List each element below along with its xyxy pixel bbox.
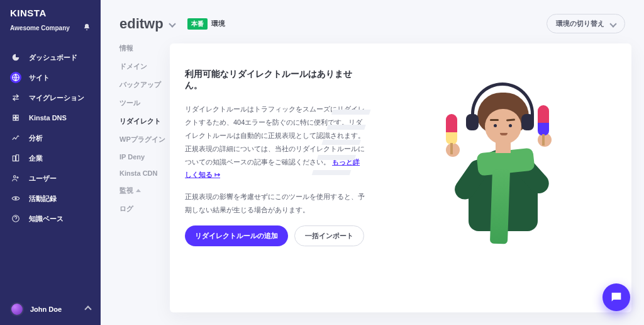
primary-nav: ダッシュボード サイト マイグレーション Kinsta DNS 分析 企業 ユー… bbox=[0, 41, 101, 294]
sec-nav-cdn[interactable]: Kinsta CDN bbox=[119, 169, 170, 177]
migration-icon bbox=[10, 92, 21, 103]
sidebar-item-label: 企業 bbox=[29, 154, 43, 163]
dashboard-icon bbox=[10, 52, 21, 63]
sec-nav-label: ツール bbox=[119, 98, 140, 108]
caret-up-icon bbox=[136, 189, 141, 192]
primary-sidebar: KINSTA Awesome Company ダッシュボード サイト マイグレー… bbox=[0, 0, 101, 325]
user-name: John Doe bbox=[30, 305, 79, 313]
sidebar-item-activity[interactable]: 活動記録 bbox=[0, 188, 101, 208]
sidebar-item-dashboard[interactable]: ダッシュボード bbox=[0, 47, 101, 67]
sec-nav-label: IP Deny bbox=[119, 153, 145, 161]
user-row[interactable]: John Doe bbox=[0, 294, 101, 325]
sidebar-item-sites[interactable]: サイト bbox=[0, 67, 101, 88]
popsicle-icon bbox=[538, 105, 549, 135]
sidebar-item-label: ユーザー bbox=[29, 174, 57, 183]
sidebar-item-analytics[interactable]: 分析 bbox=[0, 128, 101, 148]
sec-nav-label: 情報 bbox=[119, 43, 133, 53]
sec-nav-wpplugins[interactable]: WPプラグイン bbox=[119, 135, 170, 144]
sidebar-item-label: Kinsta DNS bbox=[29, 114, 67, 122]
brand: KINSTA bbox=[0, 0, 101, 21]
sec-nav-label: ログ bbox=[119, 204, 133, 214]
sec-nav-ipdeny[interactable]: IP Deny bbox=[119, 153, 170, 161]
sidebar-item-label: サイト bbox=[29, 73, 50, 83]
sidebar-item-migration[interactable]: マイグレーション bbox=[0, 88, 101, 108]
site-name: editwp bbox=[119, 16, 164, 32]
sidebar-item-label: 分析 bbox=[29, 134, 43, 143]
analytics-icon bbox=[10, 132, 21, 144]
sec-nav-label: WPプラグイン bbox=[119, 135, 165, 144]
env-switch-label: 環境の切り替え bbox=[556, 19, 604, 28]
site-icon bbox=[10, 72, 21, 83]
env-badge: 本番 環境 bbox=[187, 18, 225, 30]
help-chat-button[interactable] bbox=[602, 283, 630, 311]
sidebar-item-label: 活動記録 bbox=[29, 194, 57, 203]
site-selector[interactable]: editwp bbox=[119, 16, 175, 32]
sidebar-item-company[interactable]: 企業 bbox=[0, 148, 101, 168]
sec-nav-monitoring[interactable]: 監視 bbox=[119, 186, 170, 195]
bulk-import-button[interactable]: 一括インポート bbox=[294, 225, 364, 246]
dns-icon bbox=[10, 112, 21, 123]
card-paragraph-2: 正規表現の影響を考慮せずにこのツールを使用すると、予期しない結果が生じる場合があ… bbox=[185, 190, 365, 217]
page: editwp 本番 環境 環境の切り替え 情報 ドメイン バックアップ ツール … bbox=[101, 0, 644, 325]
company-row[interactable]: Awesome Company bbox=[0, 21, 101, 41]
logo: KINSTA bbox=[10, 8, 47, 18]
env-label: 環境 bbox=[211, 19, 225, 28]
sidebar-item-label: 知識ベース bbox=[29, 214, 64, 224]
sidebar-item-dns[interactable]: Kinsta DNS bbox=[0, 108, 101, 128]
card-text: 利用可能なリダイレクトルールはありません。 リダイレクトルールはトラフィックをス… bbox=[170, 69, 365, 312]
company-name: Awesome Company bbox=[10, 25, 70, 31]
sec-nav-label: バックアップ bbox=[119, 80, 161, 89]
illustration bbox=[365, 69, 631, 312]
activity-icon bbox=[10, 193, 21, 204]
users-icon bbox=[10, 173, 21, 184]
sec-nav-redirects[interactable]: リダイレクト bbox=[119, 117, 170, 126]
button-row: リダイレクトルールの追加 一括インポート bbox=[185, 225, 365, 246]
redirects-empty-card: 利用可能なリダイレクトルールはありません。 リダイレクトルールはトラフィックをス… bbox=[170, 43, 631, 312]
page-body: 情報 ドメイン バックアップ ツール リダイレクト WPプラグイン IP Den… bbox=[101, 43, 644, 325]
topbar: editwp 本番 環境 環境の切り替え bbox=[101, 0, 644, 43]
sec-nav-info[interactable]: 情報 bbox=[119, 43, 170, 53]
sidebar-item-knowledge[interactable]: 知識ベース bbox=[0, 208, 101, 229]
chevron-down-icon bbox=[169, 20, 175, 27]
add-redirect-button[interactable]: リダイレクトルールの追加 bbox=[185, 225, 288, 246]
sidebar-item-label: ダッシュボード bbox=[29, 53, 77, 62]
sec-nav-label: リダイレクト bbox=[119, 117, 161, 126]
card-heading: 利用可能なリダイレクトルールはありません。 bbox=[185, 69, 365, 91]
popsicle-icon bbox=[446, 114, 457, 144]
knowledge-icon bbox=[10, 213, 21, 224]
sec-nav-label: ドメイン bbox=[119, 62, 147, 71]
sec-nav-backups[interactable]: バックアップ bbox=[119, 80, 170, 89]
chevron-up-icon bbox=[84, 305, 91, 312]
sidebar-item-label: マイグレーション bbox=[29, 93, 84, 103]
avatar bbox=[10, 302, 24, 316]
svg-point-2 bbox=[14, 197, 17, 200]
sec-nav-label: 監視 bbox=[119, 186, 133, 195]
sec-nav-logs[interactable]: ログ bbox=[119, 204, 170, 214]
sec-nav-label: Kinsta CDN bbox=[119, 169, 158, 177]
secondary-nav: 情報 ドメイン バックアップ ツール リダイレクト WPプラグイン IP Den… bbox=[113, 43, 170, 312]
chevron-down-icon bbox=[609, 20, 616, 27]
env-tag: 本番 bbox=[187, 18, 208, 30]
svg-point-1 bbox=[14, 176, 16, 178]
person-illustration bbox=[426, 75, 570, 232]
company-icon bbox=[10, 152, 21, 164]
sidebar-item-users[interactable]: ユーザー bbox=[0, 168, 101, 188]
env-switch-button[interactable]: 環境の切り替え bbox=[547, 14, 625, 33]
notifications-icon[interactable] bbox=[83, 23, 91, 32]
sec-nav-domains[interactable]: ドメイン bbox=[119, 62, 170, 71]
sec-nav-tools[interactable]: ツール bbox=[119, 98, 170, 108]
